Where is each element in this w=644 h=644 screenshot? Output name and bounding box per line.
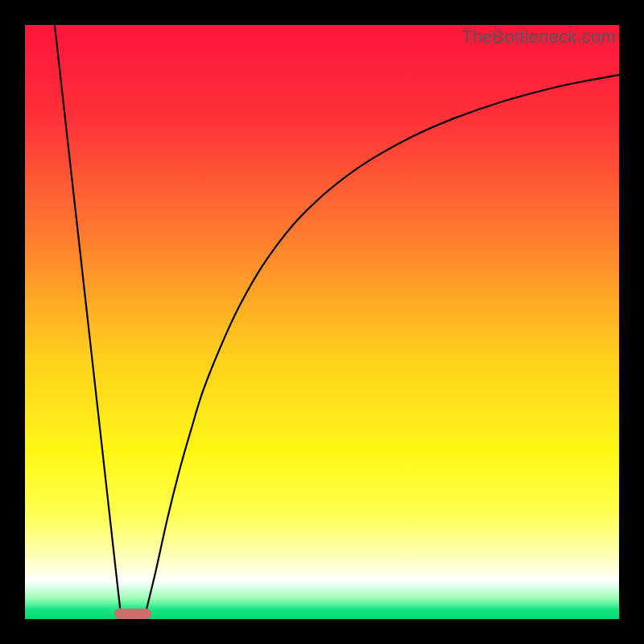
chart-frame: TheBottleneck.com	[25, 25, 619, 619]
watermark-text: TheBottleneck.com	[461, 27, 616, 47]
curve-right-branch	[146, 75, 619, 613]
curve-layer	[25, 25, 619, 619]
optimal-marker	[114, 609, 151, 619]
curve-left-branch	[55, 25, 121, 613]
